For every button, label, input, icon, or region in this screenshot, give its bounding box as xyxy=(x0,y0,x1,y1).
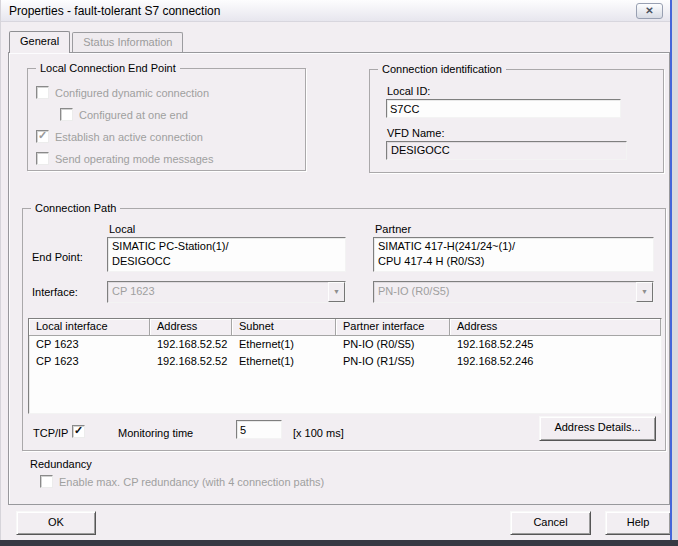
partner-column-header: Partner xyxy=(375,223,411,236)
cell-partner-interface: PN-IO (R0/S5) xyxy=(336,336,450,353)
redundancy-checkbox-label: Enable max. CP redundancy (with 4 connec… xyxy=(59,476,324,489)
checkbox-label: Send operating mode messages xyxy=(55,153,213,166)
column-header[interactable]: Address xyxy=(450,319,661,336)
table-row[interactable]: CP 1623 192.168.52.52 Ethernet(1) PN-IO … xyxy=(29,353,661,370)
table-header-row: Local interface Address Subnet Partner i… xyxy=(29,319,661,336)
partner-interface-value: PN-IO (R0/S5) xyxy=(374,282,636,302)
configured-dynamic-connection-checkbox xyxy=(36,86,49,99)
help-button[interactable]: Help xyxy=(605,511,671,535)
checkbox-label: Establish an active connection xyxy=(55,131,203,144)
tab-status-information[interactable]: Status Information xyxy=(72,32,183,52)
partner-end-point-line2: CPU 417-4 H (R0/S3) xyxy=(378,254,649,269)
address-details-button[interactable]: Address Details... xyxy=(539,416,656,441)
monitoring-time-input[interactable] xyxy=(236,420,282,439)
monitoring-unit-label: [x 100 ms] xyxy=(293,427,344,440)
properties-dialog: Properties - fault-tolerant S7 connectio… xyxy=(0,0,670,540)
cell-address: 192.168.52.52 xyxy=(150,336,232,353)
send-operating-mode-checkbox xyxy=(36,152,49,165)
interface-label: Interface: xyxy=(32,286,78,299)
tab-general[interactable]: General xyxy=(9,31,70,53)
monitoring-time-label: Monitoring time xyxy=(118,427,193,440)
local-interface-dropdown-button: ▼ xyxy=(328,282,345,302)
redundancy-title: Redundancy xyxy=(30,458,92,471)
ok-button[interactable]: OK xyxy=(16,511,96,535)
local-interface-value: CP 1623 xyxy=(108,282,328,302)
cell-address: 192.168.52.52 xyxy=(150,353,232,370)
column-header[interactable]: Local interface xyxy=(29,319,150,336)
column-header[interactable]: Address xyxy=(150,319,232,336)
tcpip-label: TCP/IP xyxy=(33,427,68,440)
chevron-down-icon: ▼ xyxy=(641,288,648,295)
checkbox-label: Configured dynamic connection xyxy=(55,87,209,100)
tcpip-checkbox[interactable]: ✓ xyxy=(72,425,85,438)
general-tab-panel: Local Connection End Point Configured dy… xyxy=(8,52,670,505)
checkbox-label: Configured at one end xyxy=(79,109,188,122)
cell-local-interface: CP 1623 xyxy=(29,336,150,353)
partner-interface-dropdown-button: ▼ xyxy=(636,282,653,302)
vfd-name-label: VFD Name: xyxy=(387,127,444,140)
local-end-point-line1: SIMATIC PC-Station(1)/ xyxy=(112,239,341,254)
local-connection-endpoint-group: Local Connection End Point Configured dy… xyxy=(27,68,306,171)
local-end-point-field: SIMATIC PC-Station(1)/ DESIGOCC xyxy=(107,237,346,272)
cell-subnet: Ethernet(1) xyxy=(232,353,336,370)
connection-path-group: Connection Path Local Partner End Point:… xyxy=(22,208,666,451)
partner-end-point-field: SIMATIC 417-H(241/24~(1)/ CPU 417-4 H (R… xyxy=(373,237,654,272)
window-title: Properties - fault-tolerant S7 connectio… xyxy=(9,4,220,18)
window-bottom-border xyxy=(0,540,678,546)
check-icon: ✓ xyxy=(38,129,47,142)
vfd-name-field: DESIGOCC xyxy=(386,141,627,160)
title-bar: Properties - fault-tolerant S7 connectio… xyxy=(1,0,671,22)
local-interface-combo: CP 1623 ▼ xyxy=(107,281,346,303)
chevron-down-icon: ▼ xyxy=(333,288,340,295)
group-title: Connection identification xyxy=(378,62,506,76)
cell-partner-address: 192.168.52.245 xyxy=(450,336,661,353)
cell-subnet: Ethernet(1) xyxy=(232,336,336,353)
enable-cp-redundancy-checkbox xyxy=(40,475,53,488)
establish-active-connection-checkbox: ✓ xyxy=(36,130,49,143)
local-column-header: Local xyxy=(109,223,135,236)
cell-partner-address: 192.168.52.246 xyxy=(450,353,661,370)
table-row[interactable]: CP 1623 192.168.52.52 Ethernet(1) PN-IO … xyxy=(29,336,661,353)
cancel-button[interactable]: Cancel xyxy=(510,511,591,535)
column-header[interactable]: Partner interface xyxy=(336,319,450,336)
local-end-point-line2: DESIGOCC xyxy=(112,254,341,269)
close-button[interactable]: ✕ xyxy=(636,3,663,19)
partner-interface-combo: PN-IO (R0/S5) ▼ xyxy=(373,281,654,303)
background-strip xyxy=(672,0,678,540)
group-title: Local Connection End Point xyxy=(36,61,180,75)
cell-local-interface: CP 1623 xyxy=(29,353,150,370)
local-id-label: Local ID: xyxy=(387,85,430,98)
close-icon: ✕ xyxy=(645,5,653,16)
cell-partner-interface: PN-IO (R1/S5) xyxy=(336,353,450,370)
configured-at-one-end-checkbox xyxy=(60,108,73,121)
check-icon: ✓ xyxy=(74,424,83,437)
partner-end-point-line1: SIMATIC 417-H(241/24~(1)/ xyxy=(378,239,649,254)
local-id-input[interactable] xyxy=(386,99,621,118)
end-point-label: End Point: xyxy=(32,251,83,264)
interface-table: Local interface Address Subnet Partner i… xyxy=(28,318,662,414)
tab-strip: General Status Information xyxy=(9,31,185,53)
column-header[interactable]: Subnet xyxy=(232,319,336,336)
group-title: Connection Path xyxy=(31,201,120,215)
connection-identification-group: Connection identification Local ID: VFD … xyxy=(369,69,664,173)
